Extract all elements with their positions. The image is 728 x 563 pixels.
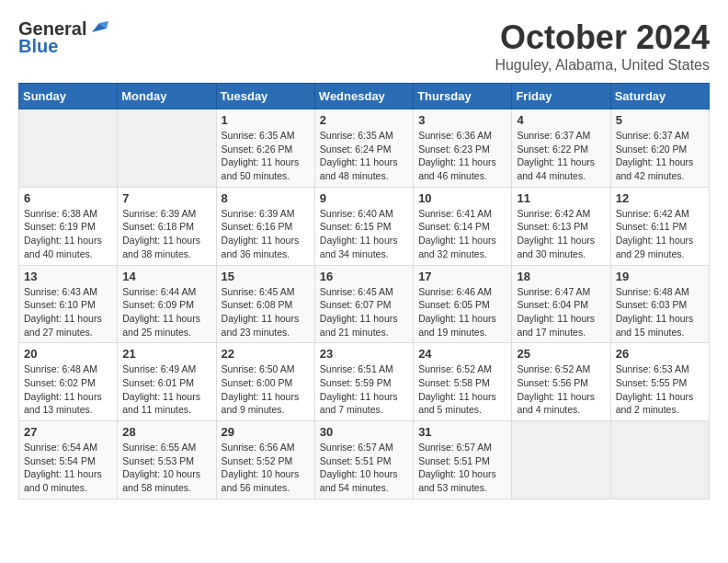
day-info: Sunrise: 6:44 AM Sunset: 6:09 PM Dayligh… bbox=[122, 285, 210, 339]
day-number: 31 bbox=[418, 425, 506, 439]
calendar-cell: 5Sunrise: 6:37 AM Sunset: 6:20 PM Daylig… bbox=[610, 109, 709, 188]
day-info: Sunrise: 6:40 AM Sunset: 6:15 PM Dayligh… bbox=[320, 207, 408, 261]
calendar-header-friday: Friday bbox=[512, 84, 610, 109]
calendar-cell: 20Sunrise: 6:48 AM Sunset: 6:02 PM Dayli… bbox=[19, 343, 118, 421]
calendar-cell: 15Sunrise: 6:45 AM Sunset: 6:08 PM Dayli… bbox=[216, 265, 314, 343]
day-number: 30 bbox=[320, 425, 408, 439]
calendar-cell: 25Sunrise: 6:52 AM Sunset: 5:56 PM Dayli… bbox=[512, 343, 610, 421]
calendar-cell: 17Sunrise: 6:46 AM Sunset: 6:05 PM Dayli… bbox=[414, 265, 512, 343]
day-info: Sunrise: 6:45 AM Sunset: 6:08 PM Dayligh… bbox=[222, 285, 310, 339]
day-number: 12 bbox=[616, 191, 704, 205]
title-area: October 2024 Huguley, Alabama, United St… bbox=[495, 18, 710, 74]
day-number: 2 bbox=[320, 113, 408, 127]
day-info: Sunrise: 6:54 AM Sunset: 5:54 PM Dayligh… bbox=[24, 441, 112, 495]
day-info: Sunrise: 6:42 AM Sunset: 6:13 PM Dayligh… bbox=[517, 207, 605, 261]
day-info: Sunrise: 6:57 AM Sunset: 5:51 PM Dayligh… bbox=[418, 441, 506, 495]
day-info: Sunrise: 6:46 AM Sunset: 6:05 PM Dayligh… bbox=[418, 285, 506, 339]
calendar: SundayMondayTuesdayWednesdayThursdayFrid… bbox=[18, 83, 710, 500]
day-info: Sunrise: 6:35 AM Sunset: 6:26 PM Dayligh… bbox=[222, 129, 310, 183]
calendar-cell bbox=[512, 421, 610, 500]
calendar-cell: 1Sunrise: 6:35 AM Sunset: 6:26 PM Daylig… bbox=[216, 109, 314, 188]
day-number: 19 bbox=[616, 270, 704, 283]
day-number: 18 bbox=[517, 270, 605, 283]
day-info: Sunrise: 6:36 AM Sunset: 6:23 PM Dayligh… bbox=[418, 129, 506, 183]
day-number: 6 bbox=[24, 191, 112, 205]
day-number: 7 bbox=[122, 191, 210, 205]
calendar-cell: 6Sunrise: 6:38 AM Sunset: 6:19 PM Daylig… bbox=[19, 187, 118, 265]
day-number: 27 bbox=[24, 425, 112, 439]
calendar-cell: 8Sunrise: 6:39 AM Sunset: 6:16 PM Daylig… bbox=[216, 187, 314, 265]
day-info: Sunrise: 6:53 AM Sunset: 5:55 PM Dayligh… bbox=[616, 362, 704, 417]
calendar-cell: 23Sunrise: 6:51 AM Sunset: 5:59 PM Dayli… bbox=[314, 343, 413, 421]
calendar-header-wednesday: Wednesday bbox=[314, 84, 413, 109]
logo: General Blue bbox=[18, 18, 108, 57]
day-number: 16 bbox=[320, 270, 408, 283]
day-number: 20 bbox=[24, 347, 112, 361]
day-number: 8 bbox=[222, 191, 310, 205]
calendar-week-2: 13Sunrise: 6:43 AM Sunset: 6:10 PM Dayli… bbox=[19, 265, 710, 343]
day-number: 24 bbox=[418, 347, 506, 361]
day-number: 29 bbox=[222, 425, 310, 439]
calendar-cell: 2Sunrise: 6:35 AM Sunset: 6:24 PM Daylig… bbox=[314, 109, 413, 188]
calendar-cell: 24Sunrise: 6:52 AM Sunset: 5:58 PM Dayli… bbox=[414, 343, 512, 421]
calendar-cell: 10Sunrise: 6:41 AM Sunset: 6:14 PM Dayli… bbox=[414, 187, 512, 265]
calendar-cell: 27Sunrise: 6:54 AM Sunset: 5:54 PM Dayli… bbox=[19, 421, 118, 500]
calendar-cell bbox=[610, 421, 709, 500]
calendar-cell: 7Sunrise: 6:39 AM Sunset: 6:18 PM Daylig… bbox=[118, 187, 216, 265]
day-number: 5 bbox=[616, 113, 704, 127]
day-number: 10 bbox=[418, 191, 506, 205]
calendar-body: 1Sunrise: 6:35 AM Sunset: 6:26 PM Daylig… bbox=[19, 109, 710, 500]
calendar-cell bbox=[118, 109, 216, 188]
calendar-cell: 18Sunrise: 6:47 AM Sunset: 6:04 PM Dayli… bbox=[512, 265, 610, 343]
day-number: 3 bbox=[418, 113, 506, 127]
logo-blue: Blue bbox=[18, 36, 58, 57]
day-info: Sunrise: 6:57 AM Sunset: 5:51 PM Dayligh… bbox=[320, 441, 408, 495]
day-info: Sunrise: 6:50 AM Sunset: 6:00 PM Dayligh… bbox=[222, 362, 310, 417]
day-number: 21 bbox=[122, 347, 210, 361]
calendar-week-3: 20Sunrise: 6:48 AM Sunset: 6:02 PM Dayli… bbox=[19, 343, 710, 421]
calendar-header-sunday: Sunday bbox=[19, 84, 118, 109]
day-info: Sunrise: 6:38 AM Sunset: 6:19 PM Dayligh… bbox=[24, 207, 112, 261]
calendar-cell: 29Sunrise: 6:56 AM Sunset: 5:52 PM Dayli… bbox=[216, 421, 314, 500]
day-info: Sunrise: 6:52 AM Sunset: 5:58 PM Dayligh… bbox=[418, 362, 506, 417]
day-number: 14 bbox=[122, 270, 210, 283]
header: General Blue October 2024 Huguley, Alaba… bbox=[18, 18, 710, 74]
day-info: Sunrise: 6:39 AM Sunset: 6:18 PM Dayligh… bbox=[122, 207, 210, 261]
day-number: 4 bbox=[517, 113, 605, 127]
calendar-cell: 22Sunrise: 6:50 AM Sunset: 6:00 PM Dayli… bbox=[216, 343, 314, 421]
calendar-cell: 30Sunrise: 6:57 AM Sunset: 5:51 PM Dayli… bbox=[314, 421, 413, 500]
calendar-cell: 14Sunrise: 6:44 AM Sunset: 6:09 PM Dayli… bbox=[118, 265, 216, 343]
calendar-header-monday: Monday bbox=[118, 84, 216, 109]
calendar-week-1: 6Sunrise: 6:38 AM Sunset: 6:19 PM Daylig… bbox=[19, 187, 710, 265]
day-info: Sunrise: 6:37 AM Sunset: 6:22 PM Dayligh… bbox=[517, 129, 605, 183]
calendar-cell: 11Sunrise: 6:42 AM Sunset: 6:13 PM Dayli… bbox=[512, 187, 610, 265]
calendar-cell: 28Sunrise: 6:55 AM Sunset: 5:53 PM Dayli… bbox=[118, 421, 216, 500]
calendar-cell: 13Sunrise: 6:43 AM Sunset: 6:10 PM Dayli… bbox=[19, 265, 118, 343]
day-number: 9 bbox=[320, 191, 408, 205]
day-info: Sunrise: 6:45 AM Sunset: 6:07 PM Dayligh… bbox=[320, 285, 408, 339]
day-info: Sunrise: 6:48 AM Sunset: 6:03 PM Dayligh… bbox=[616, 285, 704, 339]
day-info: Sunrise: 6:43 AM Sunset: 6:10 PM Dayligh… bbox=[24, 285, 112, 339]
location-title: Huguley, Alabama, United States bbox=[495, 57, 710, 74]
day-number: 23 bbox=[320, 347, 408, 361]
day-number: 22 bbox=[222, 347, 310, 361]
day-info: Sunrise: 6:55 AM Sunset: 5:53 PM Dayligh… bbox=[122, 441, 210, 495]
day-number: 13 bbox=[24, 270, 112, 283]
day-info: Sunrise: 6:49 AM Sunset: 6:01 PM Dayligh… bbox=[122, 362, 210, 417]
calendar-cell: 19Sunrise: 6:48 AM Sunset: 6:03 PM Dayli… bbox=[610, 265, 709, 343]
day-number: 15 bbox=[222, 270, 310, 283]
calendar-cell: 26Sunrise: 6:53 AM Sunset: 5:55 PM Dayli… bbox=[610, 343, 709, 421]
calendar-week-0: 1Sunrise: 6:35 AM Sunset: 6:26 PM Daylig… bbox=[19, 109, 710, 188]
day-number: 25 bbox=[517, 347, 605, 361]
day-info: Sunrise: 6:37 AM Sunset: 6:20 PM Dayligh… bbox=[616, 129, 704, 183]
calendar-header-thursday: Thursday bbox=[414, 84, 512, 109]
day-info: Sunrise: 6:35 AM Sunset: 6:24 PM Dayligh… bbox=[320, 129, 408, 183]
logo-bird-icon bbox=[88, 19, 108, 36]
calendar-header-tuesday: Tuesday bbox=[216, 84, 314, 109]
month-title: October 2024 bbox=[495, 18, 710, 57]
day-info: Sunrise: 6:42 AM Sunset: 6:11 PM Dayligh… bbox=[616, 207, 704, 261]
calendar-header-row: SundayMondayTuesdayWednesdayThursdayFrid… bbox=[19, 84, 710, 109]
calendar-week-4: 27Sunrise: 6:54 AM Sunset: 5:54 PM Dayli… bbox=[19, 421, 710, 500]
day-info: Sunrise: 6:51 AM Sunset: 5:59 PM Dayligh… bbox=[320, 362, 408, 417]
day-info: Sunrise: 6:56 AM Sunset: 5:52 PM Dayligh… bbox=[222, 441, 310, 495]
